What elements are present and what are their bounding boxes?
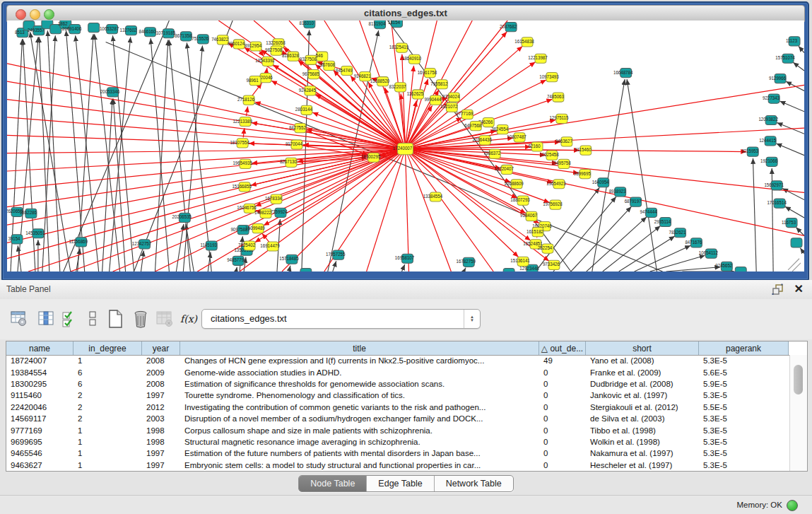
network-node[interactable] [791,238,802,247]
table-row[interactable]: 2242004622012Investigating the contribut… [6,402,790,413]
table-row[interactable]: 977716911998Corpus callosum shape and si… [6,424,790,436]
column-header-pagerank[interactable]: pagerank [699,341,789,355]
node-label: 7986372 [483,151,501,156]
network-edge [782,188,804,199]
column-header-in_degree[interactable]: in_degree [73,341,142,355]
table-row[interactable]: 1830029562008Estimation of significance … [6,378,790,390]
node-label: 6497568 [464,123,482,128]
column-header-out_de-[interactable]: △ out_de... [539,341,586,355]
cell-pagerank: 5.3E-5 [699,356,789,365]
function-builder-icon[interactable]: f(x) [178,308,199,330]
node-label: 7485063 [547,94,565,99]
node-label: 8466160 [139,29,156,34]
network-edge [7,117,400,148]
cell-out_de-: 0 [539,403,586,411]
cell-title: Genome-wide association studies in ADHD. [180,368,539,377]
node-label: 19495758 [551,160,571,165]
network-node[interactable] [735,267,746,271]
table-row[interactable]: 946362711997Embryonic stem cells: a mode… [6,460,790,471]
node-label: 9115460 [575,147,592,152]
node-label: 9146821 [354,74,372,78]
network-window-titlebar[interactable]: citations_edges.txt [6,5,805,22]
tab-network-table[interactable]: Network Table [435,476,513,491]
table-panel-title: Table Panel [6,284,51,294]
network-edge [7,150,400,225]
column-header-name[interactable]: name [6,341,73,355]
network-edge [779,101,804,112]
node-label: 18154 [388,21,401,25]
table-row[interactable]: 1872400712008Changes of HCN gene express… [6,355,790,366]
column-header-short[interactable]: short [586,341,699,355]
node-label: 2935114 [654,218,671,223]
network-edge [464,268,466,271]
select-all-icon[interactable] [59,308,81,330]
cell-pagerank: 5.3E-5 [699,414,789,423]
row-height-icon[interactable] [82,308,103,330]
cell-pagerank: 5.3E-5 [699,461,789,469]
column-header-title[interactable]: title [180,341,539,355]
network-node[interactable] [88,23,100,33]
node-label: 16958107 [395,255,415,260]
node-label: 10653287 [100,26,119,31]
node-table: namein_degreeyeartitle△ out_de...shortpa… [6,341,808,472]
table-scrollbar[interactable] [789,355,807,471]
column-header-year[interactable]: year [142,341,180,355]
network-edge [411,150,804,235]
node-label: 816310 [300,21,314,25]
network-node[interactable] [300,268,312,271]
cell-year: 1997 [142,391,180,399]
float-window-icon[interactable] [772,284,784,296]
cell-year: 2012 [142,403,180,411]
node-label: 16046756 [237,205,257,210]
tab-node-table[interactable]: Node Table [299,476,367,491]
cell-pagerank: 5.9E-5 [699,380,789,388]
table-settings-icon[interactable] [8,308,30,330]
cell-title: Structural magnetic resonance image aver… [180,438,539,446]
network-canvas[interactable]: 8513249355718622069140610653287132760284… [7,21,804,271]
node-label: 9899695 [574,171,592,176]
node-label: 15751074 [775,55,795,60]
node-label: 16914479 [260,243,280,248]
node-label: 7515526 [192,36,209,41]
scrollbar-thumb[interactable] [794,365,803,395]
node-label: 9327508 [300,57,317,62]
node-label: 15718485 [279,256,299,261]
network-node[interactable] [503,268,514,271]
node-label: 8131904 [369,21,387,26]
network-edge [289,266,290,271]
table-row[interactable]: 969969511998Structural magnetic resonanc… [6,436,790,448]
network-edge [134,21,233,271]
table-row[interactable]: 1456911722003Disruption of a novel membe… [6,413,790,424]
table-row[interactable]: 911546021997Tourette syndrome. Phenomeno… [6,390,790,401]
new-document-icon[interactable] [105,308,126,330]
column-settings-icon[interactable] [35,308,57,330]
node-label: 9827508 [265,47,283,52]
node-label: 1145193 [200,243,217,247]
node-label: 18807293 [510,197,530,202]
network-edge [776,144,804,156]
node-label: 18107554 [230,140,249,145]
node-label: 19654935 [233,160,252,165]
tab-edge-table[interactable]: Edge Table [367,476,434,491]
network-edge [76,35,99,271]
close-icon[interactable]: ✕ [794,282,804,296]
cell-short: Nakamura et al. (1997) [586,449,699,457]
node-label: 9170044 [286,141,303,146]
node-label: 20364436 [472,137,492,142]
node-label: 1498222 [254,210,272,215]
network-edge [592,79,625,271]
table-row[interactable]: 946554611997Estimation of the future num… [6,448,790,459]
header-filler [789,341,807,355]
cell-short: Yano et al. (2008) [586,356,699,365]
table-selector-dropdown[interactable]: citations_edges.txt ▲▼ [201,309,481,329]
cell-pagerank: 5.6E-5 [699,368,789,377]
delete-icon[interactable] [130,308,151,330]
node-label: 7463822 [211,37,229,42]
cell-title: Tourette syndrome. Phenomenology and cla… [180,391,539,399]
node-label: 2718126 [237,97,255,102]
cell-in_degree: 1 [73,461,142,469]
table-selector-value: citations_edges.txt [211,313,287,324]
cell-title: Changes of HCN gene expression and I(f) … [180,356,539,365]
table-row[interactable]: 1938455462009Genome-wide association stu… [6,366,790,378]
network-edge [333,261,336,271]
